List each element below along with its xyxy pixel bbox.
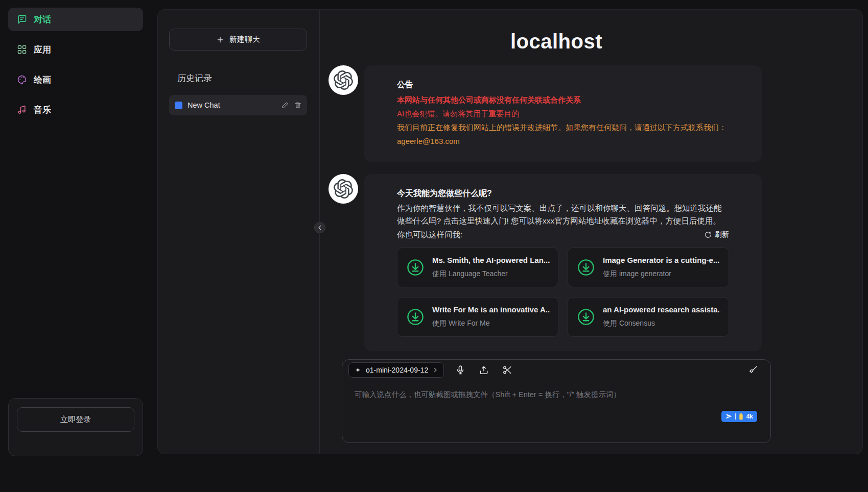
chat-area: localhost 公告 本网站与任何其他公司或商标没有任何关联或合作关系 AI… bbox=[320, 10, 862, 454]
assistant-avatar bbox=[329, 65, 358, 95]
contact-email-link[interactable]: ageerle@163.com bbox=[397, 135, 729, 147]
new-chat-label: 新建聊天 bbox=[229, 35, 260, 44]
edit-pencil-icon[interactable] bbox=[281, 102, 289, 109]
welcome-body: 作为你的智慧伙伴，我不仅可以写文案、出点子，还可以和你聊天、回答问题。想知道我还… bbox=[397, 202, 729, 228]
upload-button[interactable] bbox=[479, 365, 489, 375]
circle-arrow-down-icon bbox=[576, 307, 596, 327]
suggestion-title: an AI-powered research assista... bbox=[603, 305, 720, 315]
announcement-line: 本网站与任何其他公司或商标没有任何关联或合作关系 bbox=[397, 94, 729, 106]
composer: o1-mini-2024-09-12 bbox=[342, 359, 771, 443]
sidebar-item-label: 绘画 bbox=[34, 74, 51, 86]
send-token-badge[interactable]: 4k bbox=[721, 411, 757, 422]
suggestion-card[interactable]: Write For Me is an innovative A... 使用 Wr… bbox=[397, 297, 558, 337]
composer-toolbar: o1-mini-2024-09-12 bbox=[342, 360, 770, 381]
suggestion-subtitle: 使用 Consensus bbox=[603, 317, 720, 329]
circle-arrow-down-icon bbox=[406, 258, 425, 277]
refresh-icon bbox=[705, 231, 712, 238]
chat-item-actions bbox=[281, 102, 301, 109]
sidebar-item-label: 对话 bbox=[34, 14, 51, 26]
sidebar-item-chat[interactable]: 对话 bbox=[8, 8, 143, 31]
chat-bubble-icon bbox=[17, 14, 27, 24]
music-note-icon bbox=[17, 105, 27, 115]
suggestion-card[interactable]: an AI-powered research assista... 使用 Con… bbox=[568, 297, 729, 337]
sidebar: 对话 应用 绘画 音乐 立即登录 bbox=[0, 0, 151, 492]
message-input[interactable] bbox=[342, 381, 770, 442]
login-button[interactable]: 立即登录 bbox=[17, 407, 134, 432]
login-panel: 立即登录 bbox=[8, 398, 143, 456]
model-sparkle-icon bbox=[354, 366, 362, 374]
history-heading: 历史记录 bbox=[177, 72, 307, 84]
token-battery-icon bbox=[739, 413, 743, 420]
suggestion-subtitle: 使用 Write For Me bbox=[432, 317, 550, 329]
announcement-line: AI也会犯错。请勿将其用于重要目的 bbox=[397, 108, 729, 120]
upload-icon bbox=[479, 365, 489, 375]
sidebar-item-label: 音乐 bbox=[34, 104, 51, 116]
refresh-button[interactable]: 刷新 bbox=[705, 230, 729, 239]
page-title: localhost bbox=[342, 30, 771, 53]
assistant-message: 公告 本网站与任何其他公司或商标没有任何关联或合作关系 AI也会犯错。请勿将其用… bbox=[329, 65, 771, 162]
suggestion-subtitle: 使用 Language Teacher bbox=[432, 268, 550, 279]
chat-color-icon bbox=[175, 102, 182, 109]
main-panel: 新建聊天 历史记录 New Chat localhost bbox=[157, 9, 863, 454]
microphone-button[interactable] bbox=[455, 365, 465, 375]
welcome-heading: 今天我能为您做些什么呢? bbox=[397, 187, 729, 200]
sidebar-item-label: 应用 bbox=[34, 44, 51, 56]
welcome-card: 今天我能为您做些什么呢? 作为你的智慧伙伴，我不仅可以写文案、出点子，还可以和你… bbox=[364, 174, 762, 351]
model-label: o1-mini-2024-09-12 bbox=[366, 366, 428, 374]
new-chat-button[interactable]: 新建聊天 bbox=[169, 29, 307, 51]
composer-body: 4k bbox=[342, 381, 770, 442]
chat-item-title: New Chat bbox=[187, 101, 276, 109]
collapse-sidebar-button[interactable] bbox=[314, 222, 325, 233]
app-window: 对话 应用 绘画 音乐 立即登录 bbox=[0, 0, 868, 492]
chevron-left-icon bbox=[317, 225, 323, 231]
scissors-icon bbox=[502, 365, 512, 375]
apps-grid-icon bbox=[17, 44, 27, 55]
suggestion-grid: Ms. Smith, the AI-powered Lan... 使用 Lang… bbox=[397, 248, 729, 337]
sidebar-item-paint[interactable]: 绘画 bbox=[8, 68, 143, 91]
assistant-message: 今天我能为您做些什么呢? 作为你的智慧伙伴，我不仅可以写文案、出点子，还可以和你… bbox=[329, 174, 771, 351]
chevron-right-icon bbox=[432, 367, 438, 373]
badge-divider bbox=[735, 413, 736, 420]
openai-logo-icon bbox=[334, 70, 353, 90]
suggestion-subtitle: 使用 image generator bbox=[603, 268, 719, 279]
suggestion-title: Image Generator is a cutting-e... bbox=[603, 255, 719, 265]
assistant-avatar bbox=[329, 174, 358, 204]
sidebar-item-apps[interactable]: 应用 bbox=[8, 38, 143, 61]
suggestion-card[interactable]: Ms. Smith, the AI-powered Lan... 使用 Lang… bbox=[397, 248, 558, 287]
circle-arrow-down-icon bbox=[576, 258, 596, 277]
chat-history-item[interactable]: New Chat bbox=[169, 95, 307, 115]
microphone-icon bbox=[455, 365, 465, 375]
suggestion-title: Write For Me is an innovative A... bbox=[432, 305, 550, 315]
scissors-button[interactable] bbox=[502, 365, 512, 375]
announcement-card: 公告 本网站与任何其他公司或商标没有任何关联或合作关系 AI也会犯错。请勿将其用… bbox=[364, 65, 762, 162]
chat-list-panel: 新建聊天 历史记录 New Chat bbox=[158, 10, 320, 454]
circle-arrow-down-icon bbox=[406, 307, 425, 327]
suggestion-title: Ms. Smith, the AI-powered Lan... bbox=[432, 255, 550, 265]
sidebar-item-music[interactable]: 音乐 bbox=[8, 98, 143, 121]
palette-icon bbox=[17, 75, 27, 85]
broom-icon bbox=[748, 365, 758, 375]
announcement-heading: 公告 bbox=[397, 78, 729, 91]
ask-label: 你也可以这样问我: bbox=[397, 229, 462, 241]
clear-context-button[interactable] bbox=[748, 365, 758, 375]
suggestion-card[interactable]: Image Generator is a cutting-e... 使用 ima… bbox=[568, 248, 729, 287]
send-plane-icon bbox=[725, 413, 732, 420]
openai-logo-icon bbox=[334, 179, 353, 199]
delete-trash-icon[interactable] bbox=[294, 102, 301, 109]
model-selector[interactable]: o1-mini-2024-09-12 bbox=[348, 362, 444, 378]
plus-icon bbox=[216, 36, 224, 44]
token-count: 4k bbox=[746, 413, 753, 420]
announcement-line: 我们目前正在修复我们网站上的错误并改进细节。如果您有任何疑问，请通过以下方式联系… bbox=[397, 121, 729, 134]
